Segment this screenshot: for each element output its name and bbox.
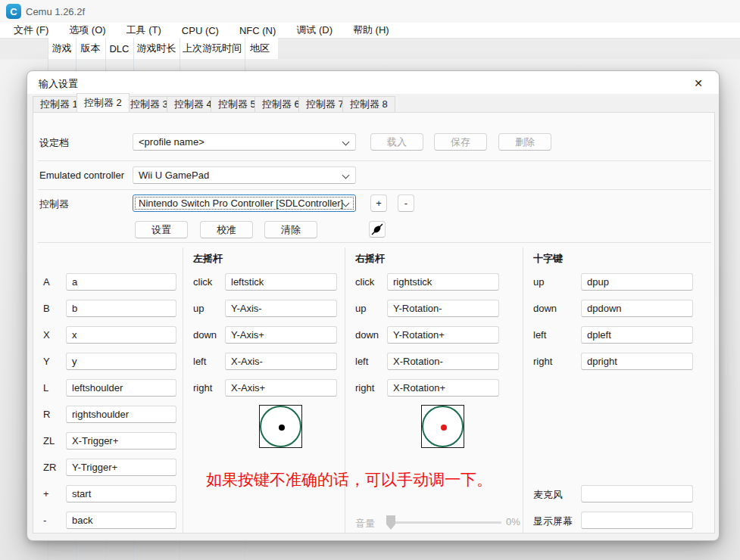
rightstick-field-click[interactable]: rightstick: [387, 273, 499, 291]
dpad-field-left[interactable]: dpleft: [581, 326, 693, 344]
emulated-controller-combobox[interactable]: Wii U GamePad: [133, 166, 356, 184]
mapping-label-minus: -: [43, 515, 46, 526]
left-stick-header: 左摇杆: [193, 252, 223, 266]
dpad-label-right: right: [533, 356, 552, 367]
separator: [38, 160, 711, 161]
mapping-field-b[interactable]: b: [66, 300, 176, 317]
menu-bar: 文件 (F) 选项 (O) 工具 (T) CPU (C) NFC (N) 调试 …: [0, 23, 740, 39]
column-header-version[interactable]: 版本: [76, 38, 105, 59]
leftstick-field-left[interactable]: X-Axis-: [225, 353, 337, 370]
column-header-lastplayed[interactable]: 上次游玩时间: [180, 38, 245, 59]
controller-calibrate-button[interactable]: 校准: [200, 221, 253, 238]
emulated-controller-label: Emulated controller: [39, 170, 124, 181]
rightstick-label-down: down: [355, 329, 379, 341]
annotation-text: 如果按键不准确的话，可以手动调一下。: [174, 469, 524, 490]
right-stick-indicator: [421, 405, 464, 448]
leftstick-field-up[interactable]: Y-Axis-: [225, 300, 337, 317]
column-header-dlc[interactable]: DLC: [105, 38, 133, 59]
chevron-down-icon: [342, 138, 350, 146]
main-window-title: Cemu 1.26.2f: [26, 6, 85, 17]
profile-combobox[interactable]: <profile name>: [133, 133, 356, 151]
leftstick-field-down[interactable]: Y-Axis+: [225, 326, 337, 344]
mapping-label-zr: ZR: [43, 462, 56, 473]
mapping-label-plus: +: [43, 488, 49, 499]
rightstick-field-left[interactable]: X-Rotation-: [387, 353, 499, 370]
left-stick-position-dot: [279, 425, 285, 431]
controller-combobox[interactable]: Nintendo Switch Pro Controller [SDLContr…: [133, 194, 356, 212]
mapping-field-a[interactable]: a: [66, 273, 176, 291]
volume-slider[interactable]: [386, 521, 501, 524]
column-header-playtime[interactable]: 游戏时长: [133, 38, 180, 59]
cemu-app-icon: C: [6, 4, 21, 19]
tab-controller-8[interactable]: 控制器 8: [342, 96, 395, 112]
column-header-region[interactable]: 地区: [245, 38, 278, 59]
leftstick-field-right[interactable]: X-Axis+: [225, 379, 337, 397]
menu-nfc[interactable]: NFC (N): [233, 25, 283, 36]
emulated-controller-value: Wii U GamePad: [139, 170, 209, 181]
dpad-field-right[interactable]: dpright: [581, 353, 693, 370]
mapping-field-x[interactable]: x: [66, 326, 176, 344]
dpad-field-up[interactable]: dpup: [581, 273, 693, 291]
main-window-titlebar: C Cemu 1.26.2f: [0, 0, 740, 23]
right-stick-position-dot: [441, 425, 447, 431]
rightstick-field-right[interactable]: X-Rotation+: [387, 379, 499, 397]
separator: [38, 242, 711, 243]
profile-delete-button[interactable]: 删除: [498, 133, 551, 151]
volume-slider-handle[interactable]: [386, 515, 395, 530]
tab-controller-2[interactable]: 控制器 2: [76, 93, 130, 112]
remove-controller-button[interactable]: -: [398, 194, 414, 212]
mapping-field-minus[interactable]: back: [66, 512, 176, 529]
mapping-label-a: A: [43, 276, 50, 288]
add-controller-button[interactable]: +: [370, 194, 387, 212]
rightstick-label-click: click: [355, 276, 374, 288]
profile-value: <profile name>: [139, 136, 205, 148]
mapping-label-r: R: [43, 409, 50, 420]
leftstick-field-click[interactable]: leftstick: [225, 273, 337, 291]
dialog-titlebar: 输入设置 ✕: [27, 71, 719, 94]
menu-debug[interactable]: 调试 (D): [289, 23, 339, 37]
leftstick-label-left: left: [193, 356, 206, 367]
separator: [345, 247, 345, 534]
screen-label: 显示屏幕: [533, 515, 573, 528]
rightstick-field-down[interactable]: Y-Rotation+: [387, 326, 499, 344]
close-icon[interactable]: ✕: [687, 74, 710, 92]
right-stick-header: 右摇杆: [355, 252, 385, 266]
screen-field[interactable]: [581, 512, 693, 529]
separator: [183, 247, 183, 534]
menu-options[interactable]: 选项 (O): [62, 23, 112, 37]
rightstick-field-up[interactable]: Y-Rotation-: [387, 300, 499, 317]
mapping-label-x: X: [43, 329, 50, 341]
mapping-field-y[interactable]: y: [66, 353, 176, 370]
mapping-field-plus[interactable]: start: [66, 485, 176, 502]
mapping-label-y: Y: [43, 356, 50, 367]
dpad-label-down: down: [533, 303, 557, 314]
column-header-game[interactable]: 游戏: [48, 38, 76, 59]
leftstick-label-down: down: [193, 329, 217, 341]
mapping-field-zl[interactable]: X-Trigger+: [66, 432, 176, 450]
mapping-field-zr[interactable]: Y-Trigger+: [66, 459, 176, 476]
mapping-field-r[interactable]: rightshoulder: [66, 406, 176, 423]
menu-file[interactable]: 文件 (F): [7, 23, 55, 37]
microphone-field[interactable]: [581, 485, 693, 502]
controller-settings-button[interactable]: 设置: [135, 221, 188, 238]
dpad-field-down[interactable]: dpdown: [581, 300, 693, 317]
menu-cpu[interactable]: CPU (C): [175, 25, 226, 36]
dpad-label-up: up: [533, 276, 544, 288]
mapping-label-zl: ZL: [43, 435, 55, 446]
input-settings-dialog: 输入设置 ✕ 控制器 1 控制器 2 控制器 3 控制器 4 控制器 5 控制器…: [27, 70, 720, 541]
left-stick-indicator: [259, 405, 302, 448]
controller-clear-button[interactable]: 清除: [264, 221, 317, 238]
profile-load-button[interactable]: 载入: [370, 133, 423, 151]
profile-label: 设定档: [39, 136, 69, 150]
menu-tools[interactable]: 工具 (T): [120, 23, 168, 37]
dialog-title: 输入设置: [39, 77, 78, 91]
menu-help[interactable]: 帮助 (H): [346, 23, 396, 37]
rightstick-label-up: up: [355, 303, 366, 314]
dpad-label-left: left: [533, 329, 546, 341]
profile-save-button[interactable]: 保存: [434, 133, 487, 151]
volume-label: 音量: [355, 517, 375, 530]
separator: [523, 247, 523, 534]
mapping-field-l[interactable]: leftshoulder: [66, 379, 176, 397]
microphone-label: 麦克风: [533, 488, 563, 502]
controller-connected-button[interactable]: [369, 221, 386, 238]
